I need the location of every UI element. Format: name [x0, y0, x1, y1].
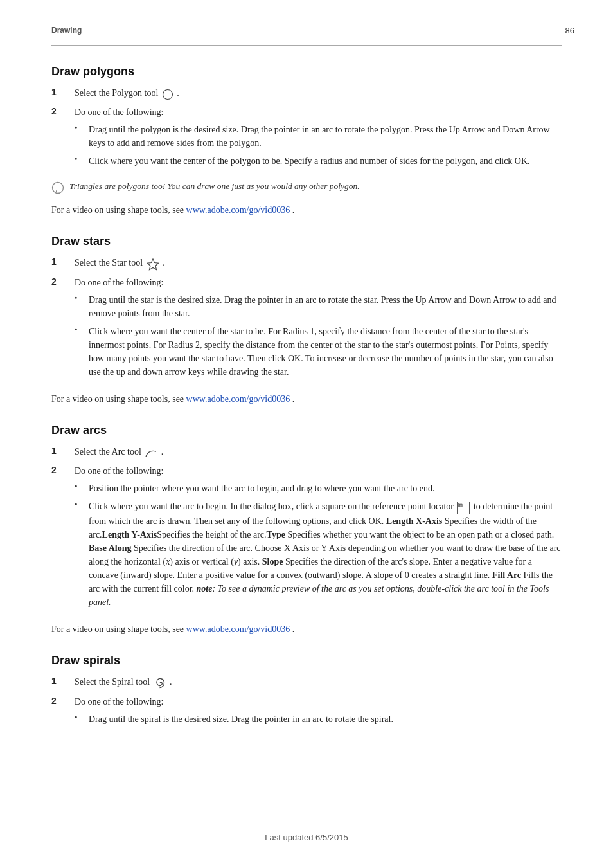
step-num: 2: [51, 464, 71, 475]
step-content: Do one of the following: ● Position the …: [75, 464, 562, 613]
step-spirals-1: 1 Select the Spiral tool .: [51, 675, 562, 690]
section-draw-spirals: Draw spirals 1 Select the Spiral tool . …: [51, 654, 562, 730]
bullet-dot: ●: [75, 124, 86, 131]
step-num: 1: [51, 445, 71, 456]
svg-marker-2: [147, 259, 158, 270]
spiral-tool-icon: [154, 676, 166, 690]
step-arcs-1: 1 Select the Arc tool .: [51, 445, 562, 459]
step-num: 1: [51, 675, 71, 686]
bullet-dot: ●: [75, 714, 86, 721]
step-content: Select the Star tool .: [75, 256, 562, 271]
list-item: ● Click where you want the center of the…: [75, 325, 562, 379]
note-box-polygons: Triangles are polygons too! You can draw…: [51, 180, 562, 194]
bullet-list: ● Position the pointer where you want th…: [75, 482, 562, 609]
step-arcs-2: 2 Do one of the following: ● Position th…: [51, 464, 562, 613]
note-text-polygons: Triangles are polygons too! You can draw…: [69, 180, 360, 193]
step-stars-1: 1 Select the Star tool .: [51, 256, 562, 271]
bullet-dot: ●: [75, 326, 86, 333]
bullet-dot: ●: [75, 294, 86, 302]
video-link-arcs: For a video on using shape tools, see ww…: [51, 622, 562, 636]
page-label: Drawing: [51, 26, 82, 35]
bullet-dot: ●: [75, 501, 86, 508]
list-item: ● Click where you want the arc to begin.…: [75, 500, 562, 609]
bullet-dot: ●: [75, 483, 86, 490]
step-num: 2: [51, 276, 71, 287]
step-spirals-2: 2 Do one of the following: ● Drag until …: [51, 695, 562, 730]
top-border: [51, 45, 562, 46]
star-tool-icon: [147, 257, 159, 271]
step-num: 2: [51, 695, 71, 706]
bullet-list: ● Drag until the star is the desired siz…: [75, 293, 562, 379]
svg-rect-5: [460, 505, 463, 507]
section-title-polygons: Draw polygons: [51, 65, 562, 78]
step-content: Select the Spiral tool .: [75, 675, 562, 690]
video-link-stars: For a video on using shape tools, see ww…: [51, 392, 562, 406]
note-icon: [51, 181, 64, 194]
step-content: Do one of the following: ● Drag until th…: [75, 695, 562, 730]
section-title-stars: Draw stars: [51, 235, 562, 248]
section-draw-polygons: Draw polygons 1 Select the Polygon tool …: [51, 65, 562, 217]
polygon-tool-icon: [162, 87, 173, 100]
video-link-anchor[interactable]: www.adobe.com/go/vid0036: [186, 205, 290, 215]
step-num: 1: [51, 86, 71, 97]
arc-complex-text: Click where you want the arc to begin. I…: [89, 500, 562, 609]
video-link-anchor[interactable]: www.adobe.com/go/vid0036: [186, 394, 290, 404]
step-polygons-2: 2 Do one of the following: ● Drag until …: [51, 105, 562, 172]
bullet-list: ● Drag until the polygon is the desired …: [75, 123, 562, 168]
list-item: ● Drag until the spiral is the desired s…: [75, 712, 562, 726]
svg-point-1: [53, 183, 64, 194]
step-content: Do one of the following: ● Drag until th…: [75, 105, 562, 172]
list-item: ● Position the pointer where you want th…: [75, 482, 562, 495]
reference-locator-icon: [457, 500, 470, 514]
step-num: 1: [51, 256, 71, 267]
video-link-anchor[interactable]: www.adobe.com/go/vid0036: [186, 624, 290, 634]
section-draw-arcs: Draw arcs 1 Select the Arc tool . 2 Do o…: [51, 424, 562, 636]
page-number: 86: [565, 26, 574, 35]
step-content: Select the Arc tool .: [75, 445, 562, 459]
step-content: Select the Polygon tool .: [75, 86, 562, 100]
list-item: ● Drag until the polygon is the desired …: [75, 123, 562, 150]
step-polygons-1: 1 Select the Polygon tool .: [51, 86, 562, 100]
step-num: 2: [51, 105, 71, 116]
footer: Last updated 6/5/2015: [0, 833, 613, 842]
bullet-dot: ●: [75, 156, 86, 163]
step-stars-2: 2 Do one of the following: ● Drag until …: [51, 276, 562, 383]
list-item: ● Click where you want the center of the…: [75, 154, 562, 168]
section-title-arcs: Draw arcs: [51, 424, 562, 437]
section-title-spirals: Draw spirals: [51, 654, 562, 667]
video-link-polygons: For a video on using shape tools, see ww…: [51, 203, 562, 217]
bullet-list: ● Drag until the spiral is the desired s…: [75, 712, 562, 726]
svg-point-0: [163, 90, 172, 100]
arc-tool-icon: [145, 446, 157, 459]
step-content: Do one of the following: ● Drag until th…: [75, 276, 562, 383]
list-item: ● Drag until the star is the desired siz…: [75, 293, 562, 320]
page-container: Drawing 86 Draw polygons 1 Select the Po…: [0, 0, 613, 868]
section-draw-stars: Draw stars 1 Select the Star tool . 2 Do…: [51, 235, 562, 406]
